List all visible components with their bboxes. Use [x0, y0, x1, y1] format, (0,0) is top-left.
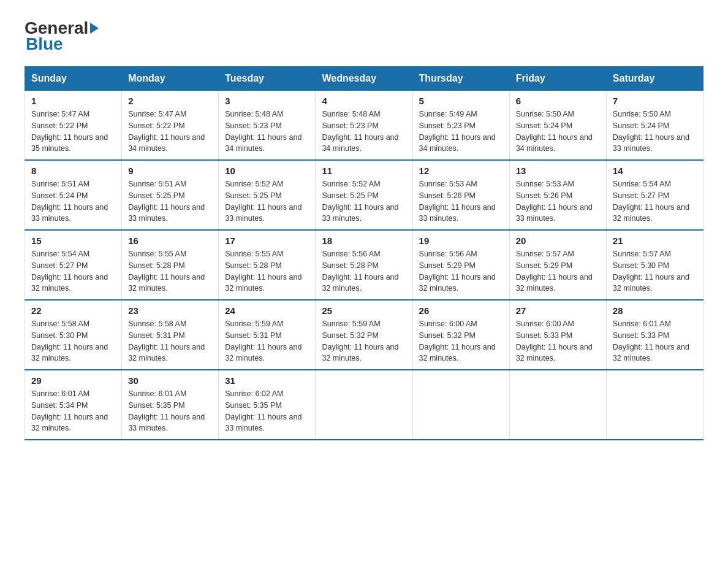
day-info: Sunrise: 5:51 AM Sunset: 5:24 PM Dayligh…: [31, 178, 115, 224]
day-number: 11: [322, 166, 406, 176]
day-info: Sunrise: 5:54 AM Sunset: 5:27 PM Dayligh…: [31, 248, 115, 294]
day-info: Sunrise: 5:52 AM Sunset: 5:25 PM Dayligh…: [322, 178, 406, 224]
day-info: Sunrise: 5:56 AM Sunset: 5:29 PM Dayligh…: [419, 248, 503, 294]
calendar-cell: 31 Sunrise: 6:02 AM Sunset: 5:35 PM Dayl…: [219, 370, 316, 440]
day-number: 20: [516, 236, 600, 246]
calendar-cell: 19 Sunrise: 5:56 AM Sunset: 5:29 PM Dayl…: [412, 230, 509, 300]
day-number: 15: [31, 236, 115, 246]
calendar-cell: 23 Sunrise: 5:58 AM Sunset: 5:31 PM Dayl…: [122, 300, 219, 370]
column-header-friday: Friday: [509, 67, 606, 91]
day-info: Sunrise: 6:01 AM Sunset: 5:33 PM Dayligh…: [613, 318, 697, 364]
calendar-cell: 10 Sunrise: 5:52 AM Sunset: 5:25 PM Dayl…: [219, 160, 316, 230]
day-number: 24: [225, 305, 309, 316]
calendar-cell: 24 Sunrise: 5:59 AM Sunset: 5:31 PM Dayl…: [219, 300, 316, 370]
calendar-week-4: 22 Sunrise: 5:58 AM Sunset: 5:30 PM Dayl…: [25, 300, 703, 370]
calendar-cell: 3 Sunrise: 5:48 AM Sunset: 5:23 PM Dayli…: [219, 91, 316, 161]
calendar-cell: 13 Sunrise: 5:53 AM Sunset: 5:26 PM Dayl…: [509, 160, 606, 230]
calendar-cell: 17 Sunrise: 5:55 AM Sunset: 5:28 PM Dayl…: [219, 230, 316, 300]
calendar-cell: 8 Sunrise: 5:51 AM Sunset: 5:24 PM Dayli…: [25, 160, 122, 230]
day-info: Sunrise: 5:57 AM Sunset: 5:30 PM Dayligh…: [613, 248, 697, 294]
column-header-tuesday: Tuesday: [219, 67, 316, 91]
day-info: Sunrise: 6:00 AM Sunset: 5:33 PM Dayligh…: [516, 318, 600, 364]
day-info: Sunrise: 5:52 AM Sunset: 5:25 PM Dayligh…: [225, 178, 309, 224]
calendar-cell: 9 Sunrise: 5:51 AM Sunset: 5:25 PM Dayli…: [122, 160, 219, 230]
calendar-cell: 18 Sunrise: 5:56 AM Sunset: 5:28 PM Dayl…: [316, 230, 412, 300]
logo-blue-text: Blue: [26, 34, 63, 53]
calendar-cell: [316, 370, 412, 440]
day-number: 3: [225, 96, 309, 106]
day-info: Sunrise: 6:02 AM Sunset: 5:35 PM Dayligh…: [225, 388, 309, 434]
day-info: Sunrise: 5:48 AM Sunset: 5:23 PM Dayligh…: [225, 109, 309, 155]
day-number: 7: [613, 96, 697, 106]
day-number: 18: [322, 236, 406, 246]
day-number: 28: [613, 305, 697, 316]
calendar-cell: [412, 370, 509, 440]
calendar-cell: 15 Sunrise: 5:54 AM Sunset: 5:27 PM Dayl…: [25, 230, 122, 300]
column-header-sunday: Sunday: [25, 67, 122, 91]
day-number: 5: [419, 96, 503, 106]
column-header-wednesday: Wednesday: [316, 67, 412, 91]
calendar-cell: 16 Sunrise: 5:55 AM Sunset: 5:28 PM Dayl…: [122, 230, 219, 300]
day-info: Sunrise: 5:53 AM Sunset: 5:26 PM Dayligh…: [516, 178, 600, 224]
day-number: 21: [613, 236, 697, 246]
calendar-cell: 5 Sunrise: 5:49 AM Sunset: 5:23 PM Dayli…: [412, 91, 509, 161]
page-header: General Blue: [25, 18, 703, 54]
header-row: SundayMondayTuesdayWednesdayThursdayFrid…: [25, 67, 703, 91]
day-number: 8: [31, 166, 115, 176]
calendar-cell: 27 Sunrise: 6:00 AM Sunset: 5:33 PM Dayl…: [509, 300, 606, 370]
day-number: 23: [128, 305, 212, 316]
day-info: Sunrise: 5:59 AM Sunset: 5:31 PM Dayligh…: [225, 318, 309, 364]
day-number: 29: [31, 375, 115, 386]
day-info: Sunrise: 5:58 AM Sunset: 5:31 PM Dayligh…: [128, 318, 212, 364]
logo-arrow-icon: [90, 23, 99, 34]
day-number: 2: [128, 96, 212, 106]
day-info: Sunrise: 5:50 AM Sunset: 5:24 PM Dayligh…: [613, 109, 697, 155]
calendar-cell: 25 Sunrise: 5:59 AM Sunset: 5:32 PM Dayl…: [316, 300, 412, 370]
day-number: 30: [128, 375, 212, 386]
day-number: 19: [419, 236, 503, 246]
day-number: 14: [613, 166, 697, 176]
day-info: Sunrise: 5:55 AM Sunset: 5:28 PM Dayligh…: [225, 248, 309, 294]
day-info: Sunrise: 6:01 AM Sunset: 5:34 PM Dayligh…: [31, 388, 115, 434]
day-number: 22: [31, 305, 115, 316]
day-info: Sunrise: 5:48 AM Sunset: 5:23 PM Dayligh…: [322, 109, 406, 155]
day-info: Sunrise: 6:00 AM Sunset: 5:32 PM Dayligh…: [419, 318, 503, 364]
calendar-week-3: 15 Sunrise: 5:54 AM Sunset: 5:27 PM Dayl…: [25, 230, 703, 300]
column-header-thursday: Thursday: [412, 67, 509, 91]
day-info: Sunrise: 5:58 AM Sunset: 5:30 PM Dayligh…: [31, 318, 115, 364]
logo: General Blue: [25, 18, 100, 54]
day-info: Sunrise: 6:01 AM Sunset: 5:35 PM Dayligh…: [128, 388, 212, 434]
calendar-week-5: 29 Sunrise: 6:01 AM Sunset: 5:34 PM Dayl…: [25, 370, 703, 440]
calendar-cell: [606, 370, 703, 440]
day-number: 17: [225, 236, 309, 246]
day-number: 1: [31, 96, 115, 106]
day-info: Sunrise: 5:56 AM Sunset: 5:28 PM Dayligh…: [322, 248, 406, 294]
calendar-cell: 4 Sunrise: 5:48 AM Sunset: 5:23 PM Dayli…: [316, 91, 412, 161]
day-number: 26: [419, 305, 503, 316]
calendar-cell: 26 Sunrise: 6:00 AM Sunset: 5:32 PM Dayl…: [412, 300, 509, 370]
calendar-week-2: 8 Sunrise: 5:51 AM Sunset: 5:24 PM Dayli…: [25, 160, 703, 230]
day-info: Sunrise: 5:59 AM Sunset: 5:32 PM Dayligh…: [322, 318, 406, 364]
day-info: Sunrise: 5:54 AM Sunset: 5:27 PM Dayligh…: [613, 178, 697, 224]
calendar-cell: 1 Sunrise: 5:47 AM Sunset: 5:22 PM Dayli…: [25, 91, 122, 161]
calendar-week-1: 1 Sunrise: 5:47 AM Sunset: 5:22 PM Dayli…: [25, 91, 703, 161]
day-info: Sunrise: 5:57 AM Sunset: 5:29 PM Dayligh…: [516, 248, 600, 294]
calendar-cell: 11 Sunrise: 5:52 AM Sunset: 5:25 PM Dayl…: [316, 160, 412, 230]
day-number: 16: [128, 236, 212, 246]
calendar-cell: 7 Sunrise: 5:50 AM Sunset: 5:24 PM Dayli…: [606, 91, 703, 161]
calendar-cell: 22 Sunrise: 5:58 AM Sunset: 5:30 PM Dayl…: [25, 300, 122, 370]
day-number: 27: [516, 305, 600, 316]
day-number: 13: [516, 166, 600, 176]
day-number: 4: [322, 96, 406, 106]
calendar-cell: 2 Sunrise: 5:47 AM Sunset: 5:22 PM Dayli…: [122, 91, 219, 161]
day-number: 31: [225, 375, 309, 386]
day-info: Sunrise: 5:50 AM Sunset: 5:24 PM Dayligh…: [516, 109, 600, 155]
calendar-cell: 29 Sunrise: 6:01 AM Sunset: 5:34 PM Dayl…: [25, 370, 122, 440]
day-number: 6: [516, 96, 600, 106]
day-info: Sunrise: 5:47 AM Sunset: 5:22 PM Dayligh…: [31, 109, 115, 155]
day-number: 10: [225, 166, 309, 176]
calendar-cell: 12 Sunrise: 5:53 AM Sunset: 5:26 PM Dayl…: [412, 160, 509, 230]
calendar-cell: 28 Sunrise: 6:01 AM Sunset: 5:33 PM Dayl…: [606, 300, 703, 370]
day-info: Sunrise: 5:51 AM Sunset: 5:25 PM Dayligh…: [128, 178, 212, 224]
day-info: Sunrise: 5:55 AM Sunset: 5:28 PM Dayligh…: [128, 248, 212, 294]
